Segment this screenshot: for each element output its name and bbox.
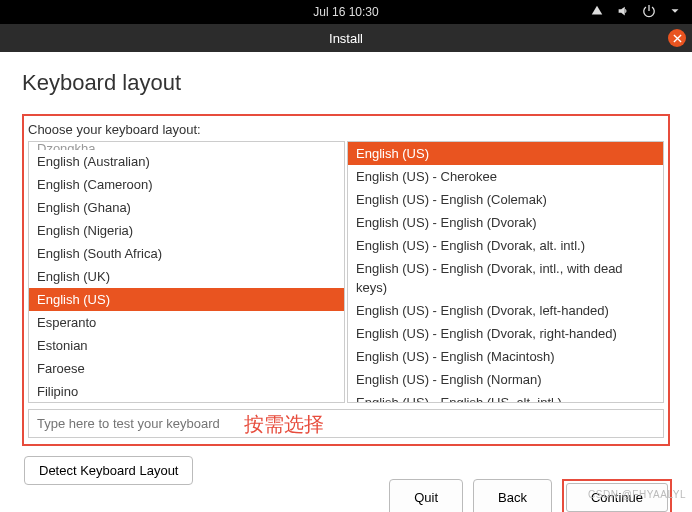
language-list[interactable]: DzongkhaEnglish (Australian)English (Cam… [28, 141, 345, 403]
list-item[interactable]: English (US) - English (Macintosh) [348, 345, 663, 368]
layout-lists: DzongkhaEnglish (Australian)English (Cam… [24, 141, 668, 403]
back-button[interactable]: Back [473, 479, 552, 512]
list-item[interactable]: English (US) [348, 142, 663, 165]
list-item[interactable]: English (Australian) [29, 150, 344, 173]
watermark: CSDN @FHYAALYL [588, 489, 686, 500]
list-item[interactable]: English (US) - English (Dvorak, intl., w… [348, 257, 663, 299]
list-item[interactable]: English (UK) [29, 265, 344, 288]
highlight-box-main: Choose your keyboard layout: DzongkhaEng… [22, 114, 670, 446]
network-icon[interactable] [590, 4, 604, 21]
window-titlebar: Install [0, 24, 692, 52]
quit-button[interactable]: Quit [389, 479, 463, 512]
variant-list[interactable]: English (US)English (US) - CherokeeEngli… [347, 141, 664, 403]
test-keyboard-input[interactable] [28, 409, 664, 438]
list-item[interactable]: English (US) - English (Colemak) [348, 188, 663, 211]
list-item[interactable]: English (US) - English (Dvorak) [348, 211, 663, 234]
power-icon[interactable] [642, 4, 656, 21]
list-item[interactable]: English (Cameroon) [29, 173, 344, 196]
annotation-text: 按需选择 [244, 411, 324, 438]
list-item[interactable]: English (South Africa) [29, 242, 344, 265]
list-item[interactable]: English (US) - English (Dvorak, right-ha… [348, 322, 663, 345]
list-item[interactable]: Faroese [29, 357, 344, 380]
close-button[interactable] [668, 29, 686, 47]
system-topbar: Jul 16 10:30 [0, 0, 692, 24]
list-item[interactable]: English (US) - English (Dvorak, alt. int… [348, 234, 663, 257]
window-title: Install [329, 31, 363, 46]
clock: Jul 16 10:30 [313, 5, 378, 19]
list-item[interactable]: English (US) - Cherokee [348, 165, 663, 188]
system-tray [590, 4, 682, 21]
choose-label: Choose your keyboard layout: [28, 122, 664, 137]
list-item[interactable]: English (US) - English (Norman) [348, 368, 663, 391]
volume-icon[interactable] [616, 4, 630, 21]
list-item[interactable]: Filipino [29, 380, 344, 403]
page-heading: Keyboard layout [22, 70, 670, 96]
list-item[interactable]: English (Ghana) [29, 196, 344, 219]
chevron-down-icon[interactable] [668, 4, 682, 21]
list-item[interactable]: English (US) - English (US, alt. intl.) [348, 391, 663, 403]
installer-content: Keyboard layout Choose your keyboard lay… [0, 52, 692, 495]
list-item[interactable]: English (US) - English (Dvorak, left-han… [348, 299, 663, 322]
list-item[interactable]: English (US) [29, 288, 344, 311]
detect-layout-button[interactable]: Detect Keyboard Layout [24, 456, 193, 485]
list-item[interactable]: Estonian [29, 334, 344, 357]
list-item[interactable]: Esperanto [29, 311, 344, 334]
list-item[interactable]: English (Nigeria) [29, 219, 344, 242]
